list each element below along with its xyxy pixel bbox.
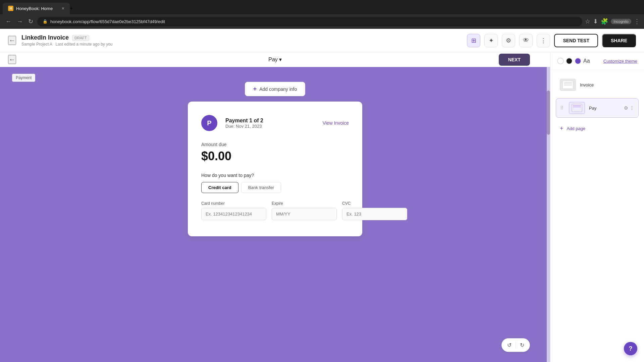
add-page-button[interactable]: + Add page	[556, 122, 639, 135]
panel-pages: Invoice ⠿ Pay ⚙ ⋮	[550, 70, 644, 141]
tab-close-btn[interactable]: ×	[62, 6, 64, 11]
help-button[interactable]: ?	[624, 342, 637, 355]
payment-card-container: P Payment 1 of 2 Due: Nov 21, 2023 View …	[0, 102, 550, 236]
browser-menu-icon[interactable]: ⋮	[634, 18, 640, 25]
page-options-icon[interactable]: ⋮	[630, 105, 634, 111]
invoice-template-icon: ⊞	[471, 37, 476, 44]
browser-toolbar: ← → ↻ 🔒 honeybook.com/app/flow/655d7dae0…	[0, 14, 644, 29]
panel-page-pay[interactable]: ⠿ Pay ⚙ ⋮	[556, 98, 639, 118]
panel-page-invoice[interactable]: Invoice	[556, 75, 639, 94]
invoice-icon-btn[interactable]: ⊞	[467, 34, 480, 47]
invoice-page-name: Invoice	[580, 82, 594, 87]
customize-theme-link[interactable]: Customize theme	[603, 59, 637, 64]
undo-button[interactable]: ↺	[506, 341, 513, 350]
theme-circle-white[interactable]	[557, 58, 564, 64]
nav-refresh-btn[interactable]: ↻	[27, 16, 35, 26]
plus-icon: +	[253, 85, 257, 93]
address-bar[interactable]: 🔒 honeybook.com/app/flow/655d7dae0e2be31…	[37, 17, 582, 26]
canvas-area: Payment + Add company info	[0, 67, 550, 362]
more-options-btn[interactable]: ⋮	[537, 34, 550, 47]
header-title-row: LinkedIn Invoice DRAFT	[21, 34, 467, 41]
magic-wand-btn[interactable]: ✦	[484, 34, 498, 47]
browser-actions: ☆ ⬇ 🧩	[585, 18, 608, 25]
bank-transfer-tab[interactable]: Bank transfer	[241, 182, 281, 193]
bookmark-icon[interactable]: ☆	[585, 18, 590, 25]
editor-page-name: Pay ▾	[268, 56, 282, 63]
theme-circles: Aa	[557, 58, 590, 64]
share-button[interactable]: SHARE	[602, 34, 636, 47]
header-back-btn[interactable]: ←	[8, 36, 16, 45]
theme-aa-label: Aa	[583, 58, 590, 64]
header-title-area: LinkedIn Invoice DRAFT Sample Project A …	[21, 34, 467, 47]
nav-forward-btn[interactable]: →	[15, 17, 24, 26]
nav-back-btn[interactable]: ←	[4, 17, 13, 26]
draft-badge: DRAFT	[72, 35, 89, 41]
download-icon[interactable]: ⬇	[593, 18, 598, 25]
extensions-icon[interactable]: 🧩	[601, 18, 608, 25]
page-settings-gear-icon[interactable]: ⚙	[624, 105, 628, 111]
chevron-down-icon: ▾	[279, 56, 282, 63]
tab-favicon: H	[8, 6, 13, 11]
add-company-bar: + Add company info	[0, 74, 550, 102]
send-test-button[interactable]: SEND TEST	[554, 34, 598, 47]
view-invoice-link[interactable]: View Invoice	[323, 120, 349, 126]
add-page-plus-icon: +	[560, 125, 564, 132]
canvas-scrollbar-thumb	[547, 90, 550, 135]
browser-tabs: H HoneyBook: Home × +	[0, 0, 644, 14]
card-number-label: Card number	[201, 201, 266, 206]
payment-title: Payment 1 of 2	[225, 118, 263, 124]
payment-label: Payment	[12, 74, 35, 82]
theme-circle-dark[interactable]	[566, 58, 573, 64]
header-actions: ⊞ ✦ ⚙ 👁 ⋮ SEND TEST SHARE	[467, 34, 636, 47]
card-number-input[interactable]	[201, 208, 266, 220]
add-company-button[interactable]: + Add company info	[245, 82, 306, 96]
app-shell: ← LinkedIn Invoice DRAFT Sample Project …	[0, 29, 644, 362]
expire-input[interactable]	[272, 208, 337, 220]
theme-circle-purple[interactable]	[575, 58, 581, 64]
redo-button[interactable]: ↻	[519, 341, 526, 350]
settings-btn[interactable]: ⚙	[502, 34, 515, 47]
payment-info: P Payment 1 of 2 Due: Nov 21, 2023	[201, 115, 263, 131]
canvas-scrollbar[interactable]	[547, 67, 550, 362]
payment-card: P Payment 1 of 2 Due: Nov 21, 2023 View …	[188, 102, 362, 236]
payment-avatar: P	[201, 115, 217, 131]
eye-icon: 👁	[523, 37, 529, 44]
editor-toolbar: ← Pay ▾ PAGE 2 OF 2 NEXT	[0, 52, 550, 67]
tab-label: HoneyBook: Home	[16, 6, 53, 11]
dots-vertical-icon: ⋮	[540, 37, 546, 44]
expire-label: Expire	[272, 201, 337, 206]
theme-bar: Aa Customize theme	[550, 52, 644, 70]
payment-method-label: How do you want to pay?	[201, 173, 349, 178]
drag-handle-icon: ⠿	[560, 105, 564, 111]
card-form-row: Card number Expire CVC	[201, 201, 349, 220]
preview-btn[interactable]: 👁	[519, 34, 533, 47]
page-thumb-invoice	[560, 79, 576, 91]
credit-card-tab[interactable]: Credit card	[201, 182, 238, 193]
expire-group: Expire	[272, 201, 337, 220]
help-icon: ?	[629, 345, 633, 352]
payment-method-tabs: Credit card Bank transfer	[201, 182, 349, 193]
pay-page-name: Pay	[589, 106, 596, 111]
lock-icon: 🔒	[43, 19, 48, 24]
amount-section: Amount due $0.00	[201, 142, 349, 163]
page-thumb-pay	[569, 102, 585, 114]
undo-redo-bar: ↺ ↻	[501, 338, 530, 352]
settings-icon: ⚙	[506, 37, 511, 44]
editor-page-info: Pay ▾	[268, 56, 282, 63]
next-button[interactable]: NEXT	[499, 54, 530, 66]
header-subtitle: Sample Project A Last edited a minute ag…	[21, 42, 467, 47]
amount-label: Amount due	[201, 142, 349, 147]
url-text: honeybook.com/app/flow/655d7dae0e2be3125…	[50, 19, 165, 24]
right-panel: Aa Customize theme Invoice	[550, 52, 644, 362]
editor-back-btn[interactable]: ←	[8, 55, 16, 64]
app-header: ← LinkedIn Invoice DRAFT Sample Project …	[0, 29, 644, 52]
browser-chrome: H HoneyBook: Home × + ← → ↻ 🔒 honeybook.…	[0, 0, 644, 29]
active-tab[interactable]: H HoneyBook: Home ×	[3, 3, 70, 14]
editor-area: ← Pay ▾ PAGE 2 OF 2 NEXT Payment +	[0, 52, 550, 362]
page-title: LinkedIn Invoice	[21, 34, 69, 41]
amount-value: $0.00	[201, 149, 349, 163]
new-tab-btn[interactable]: +	[70, 5, 73, 11]
payment-card-header: P Payment 1 of 2 Due: Nov 21, 2023 View …	[201, 115, 349, 131]
undo-redo-divider	[516, 342, 516, 349]
cvc-input[interactable]	[342, 208, 407, 220]
